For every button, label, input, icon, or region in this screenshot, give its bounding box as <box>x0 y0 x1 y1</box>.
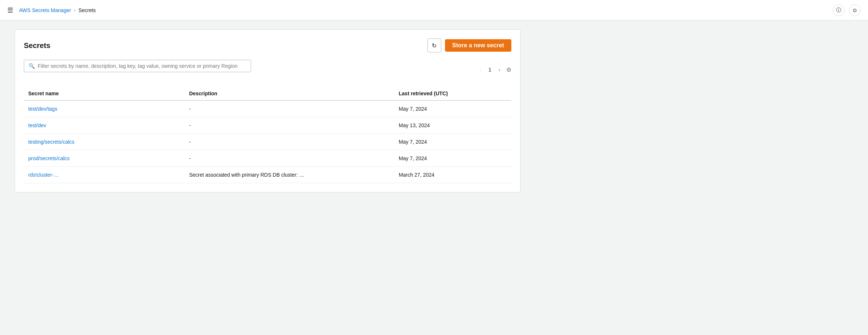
secret-name-link[interactable]: test/dev/tags <box>28 106 57 112</box>
table-col-header-description: Description <box>185 87 394 100</box>
secret-name-link[interactable]: rds!cluster-… <box>28 172 59 178</box>
secret-description: Secret associated with primary RDS DB cl… <box>185 167 394 183</box>
search-icon: 🔍 <box>29 63 35 69</box>
table-col-header-last-retrieved: Last retrieved (UTC) <box>394 87 511 100</box>
secret-last-retrieved: May 7, 2024 <box>394 150 511 167</box>
secrets-table-body: test/dev/tags-May 7, 2024test/dev-May 13… <box>24 100 511 183</box>
pagination-next-button[interactable]: › <box>496 65 503 74</box>
page-title: Secrets <box>24 41 50 50</box>
card-header: Secrets ↻ Store a new secret <box>24 38 511 52</box>
breadcrumb-parent-link[interactable]: AWS Secrets Manager <box>19 7 71 13</box>
search-input[interactable] <box>38 63 246 69</box>
store-new-secret-button[interactable]: Store a new secret <box>445 39 511 52</box>
pagination-prev-button[interactable]: ‹ <box>477 65 484 74</box>
secret-description: - <box>185 117 394 134</box>
refresh-icon: ↻ <box>432 42 437 49</box>
breadcrumb-current: Secrets <box>78 7 96 13</box>
table-settings-icon[interactable]: ⚙ <box>506 66 511 73</box>
top-navigation: ☰ AWS Secrets Manager › Secrets ⓘ ⊙ <box>0 0 868 21</box>
pagination-current-page: 1 <box>487 67 493 73</box>
main-content: Secrets ↻ Store a new secret 🔍 ‹ 1 › ⚙ <box>0 21 868 201</box>
top-nav-right: ⓘ ⊙ <box>833 4 861 16</box>
secret-last-retrieved: May 13, 2024 <box>394 117 511 134</box>
table-row: test/dev/tags-May 7, 2024 <box>24 100 511 117</box>
hamburger-menu-icon[interactable]: ☰ <box>7 6 13 14</box>
breadcrumb: AWS Secrets Manager › Secrets <box>19 7 96 13</box>
secret-name-link[interactable]: test/dev <box>28 122 46 128</box>
secret-description: - <box>185 100 394 117</box>
secret-last-retrieved: May 7, 2024 <box>394 134 511 150</box>
secret-last-retrieved: May 7, 2024 <box>394 100 511 117</box>
pagination-controls: ‹ 1 › ⚙ <box>477 65 511 74</box>
refresh-button[interactable]: ↻ <box>427 38 441 52</box>
secret-name-link[interactable]: testing/secrets/calcs <box>28 139 74 145</box>
secrets-table: Secret name Description Last retrieved (… <box>24 87 511 183</box>
table-col-header-name: Secret name <box>24 87 185 100</box>
table-row: test/dev-May 13, 2024 <box>24 117 511 134</box>
search-container: 🔍 <box>24 60 251 72</box>
secret-description: - <box>185 134 394 150</box>
secrets-card: Secrets ↻ Store a new secret 🔍 ‹ 1 › ⚙ <box>15 29 521 192</box>
table-row: testing/secrets/calcs-May 7, 2024 <box>24 134 511 150</box>
table-row: prod/secrets/calcs-May 7, 2024 <box>24 150 511 167</box>
secret-description: - <box>185 150 394 167</box>
gear-nav-icon[interactable]: ⊙ <box>849 4 861 16</box>
breadcrumb-separator: › <box>74 8 76 13</box>
table-row: rds!cluster-…Secret associated with prim… <box>24 167 511 183</box>
info-icon[interactable]: ⓘ <box>833 4 845 16</box>
table-header: Secret name Description Last retrieved (… <box>24 87 511 100</box>
card-actions: ↻ Store a new secret <box>427 38 511 52</box>
secret-name-link[interactable]: prod/secrets/calcs <box>28 155 70 161</box>
secret-last-retrieved: March 27, 2024 <box>394 167 511 183</box>
